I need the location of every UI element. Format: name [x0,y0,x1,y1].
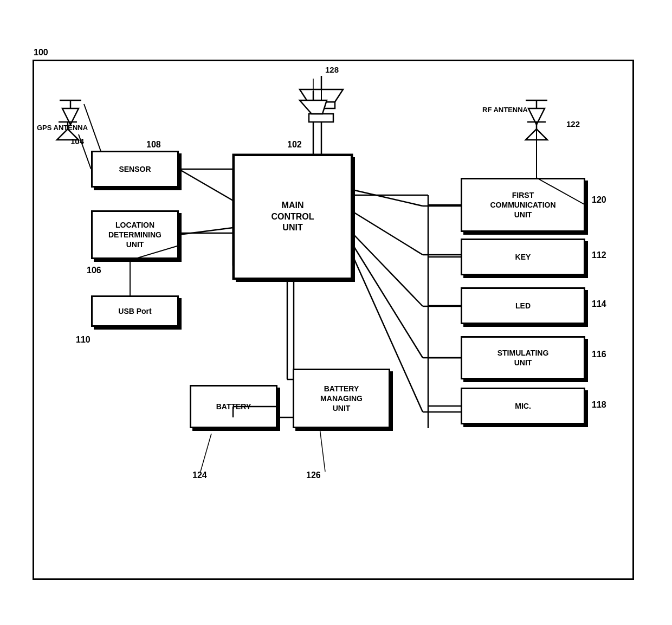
key-box: KEY [461,239,585,275]
led-ref: 114 [592,299,606,309]
led-box: LED [461,287,585,324]
stimulating-box: STIMULATING UNIT [461,336,585,379]
usb-box: USB Port [91,295,179,327]
location-box: LOCATION DETERMINING UNIT [91,210,179,259]
first-comm-ref: 120 [592,195,606,205]
rf-antenna-label: RF ANTENNA [482,106,528,114]
main-control-box: MAIN CONTROL UNIT [233,154,352,279]
dish-ref: 128 [325,65,339,74]
stimulating-ref: 116 [592,350,606,359]
key-ref: 112 [592,250,606,260]
location-ref: 106 [87,266,101,275]
gps-antenna-label: GPS ANTENNA [37,124,88,132]
first-comm-box: FIRST COMMUNICATION UNIT [461,178,585,232]
sensor-ref: 108 [146,140,161,150]
usb-ref: 110 [76,335,91,345]
battery-managing-ref: 126 [306,471,321,480]
battery-box: BATTERY [190,385,277,428]
battery-managing-box: BATTERY MANAGING UNIT [293,369,390,428]
rf-ref: 122 [566,119,580,128]
outer-ref: 100 [34,48,48,57]
gps-ref: 104 [70,137,84,146]
sensor-box: SENSOR [91,151,179,188]
battery-ref: 124 [192,471,207,480]
mic-box: MIC. [461,388,585,424]
mic-ref: 118 [592,400,606,410]
main-control-ref: 102 [287,140,302,150]
